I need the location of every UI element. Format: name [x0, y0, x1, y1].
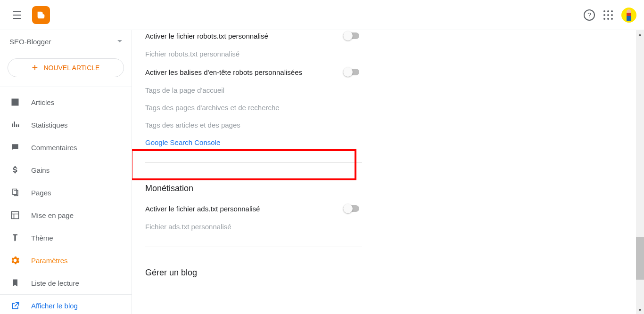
scrollbar-thumb[interactable] — [636, 237, 644, 280]
bookmark-icon — [9, 277, 21, 289]
earnings-icon — [9, 164, 21, 176]
toggle-switch[interactable] — [343, 31, 360, 40]
topbar-right: ? — [584, 8, 636, 23]
new-post-label: NOUVEL ARTICLE — [43, 64, 99, 72]
help-icon[interactable]: ? — [584, 9, 595, 21]
blogger-logo-icon — [36, 10, 46, 20]
section-monetisation-header: Monétisation — [145, 174, 631, 199]
container: SEO-Blogger + NOUVEL ARTICLE Articles St… — [0, 30, 644, 314]
nav-label: Liste de lecture — [31, 279, 79, 287]
sidebar-item-theme[interactable]: Thème — [0, 226, 132, 249]
apps-icon[interactable] — [603, 10, 613, 20]
avatar-figure — [627, 9, 631, 21]
setting-label: Activer les balises d'en-tête robots per… — [145, 68, 343, 76]
sidebar-item-commentaires[interactable]: Commentaires — [0, 136, 132, 159]
section-gerer-blog-header: Gérer un blog — [145, 258, 631, 283]
sidebar-item-view-blog[interactable]: Afficher le blog — [0, 294, 132, 314]
main-content: Robots d'exploration et indexation Activ… — [132, 30, 644, 314]
stats-icon — [9, 119, 21, 130]
vertical-scrollbar[interactable]: ▲ ▼ — [636, 30, 644, 314]
blogger-logo[interactable] — [32, 6, 50, 24]
nav-label: Afficher le blog — [31, 302, 78, 310]
hamburger-icon[interactable] — [8, 6, 26, 24]
scroll-up-arrow[interactable]: ▲ — [636, 30, 644, 38]
nav-label: Paramètres — [31, 257, 68, 265]
divider — [145, 162, 362, 163]
setting-label-disabled: Tags des articles et des pages — [145, 121, 343, 129]
topbar: ? — [0, 0, 644, 30]
article-icon — [9, 97, 21, 108]
setting-tags-articles: Tags des articles et des pages — [145, 116, 631, 134]
avatar[interactable] — [621, 8, 636, 23]
blog-name: SEO-Blogger — [9, 38, 51, 46]
setting-robots-header-activate[interactable]: Activer les balises d'en-tête robots per… — [145, 63, 631, 81]
setting-robots-txt-file: Fichier robots.txt personnalisé — [145, 45, 631, 63]
topbar-left — [8, 6, 50, 24]
theme-icon — [9, 232, 21, 243]
setting-label-disabled: Tags de la page d'accueil — [145, 86, 343, 94]
google-search-console-link[interactable]: Google Search Console — [145, 134, 631, 151]
nav-list: Articles Statistiques Commentaires Gains… — [0, 87, 132, 314]
nav-label: Gains — [31, 166, 50, 174]
sidebar-item-statistiques[interactable]: Statistiques — [0, 113, 132, 136]
setting-ads-txt-activate[interactable]: Activer le fichier ads.txt personnalisé — [145, 199, 631, 218]
new-post-button[interactable]: + NOUVEL ARTICLE — [8, 58, 124, 77]
nav-label: Articles — [31, 98, 54, 106]
sidebar-item-layout[interactable]: Mise en page — [0, 204, 132, 226]
setting-ads-txt-file: Fichier ads.txt personnalisé — [145, 218, 631, 235]
plus-icon: + — [32, 63, 38, 73]
pages-icon — [9, 187, 21, 198]
toggle-switch[interactable] — [343, 204, 360, 213]
sidebar-item-gains[interactable]: Gains — [0, 159, 132, 181]
setting-label-disabled: Fichier ads.txt personnalisé — [145, 223, 343, 231]
nav-label: Commentaires — [31, 144, 77, 152]
setting-tags-home: Tags de la page d'accueil — [145, 81, 631, 99]
nav-label: Statistiques — [31, 121, 68, 129]
setting-tags-archives: Tags des pages d'archives et de recherch… — [145, 99, 631, 116]
sidebar-item-pages[interactable]: Pages — [0, 181, 132, 204]
setting-label-disabled: Fichier robots.txt personnalisé — [145, 50, 343, 58]
gear-icon — [9, 255, 21, 266]
layout-icon — [9, 209, 21, 221]
setting-label-disabled: Tags des pages d'archives et de recherch… — [145, 104, 343, 112]
sidebar-item-parametres[interactable]: Paramètres — [0, 249, 132, 272]
comments-icon — [9, 142, 21, 153]
blog-selector[interactable]: SEO-Blogger — [0, 30, 132, 53]
nav-label: Pages — [31, 189, 51, 197]
sidebar-item-articles[interactable]: Articles — [0, 91, 132, 113]
nav-label: Thème — [31, 234, 53, 242]
chevron-down-icon — [117, 40, 122, 43]
setting-label: Activer le fichier ads.txt personnalisé — [145, 205, 343, 213]
sidebar-item-reading-list[interactable]: Liste de lecture — [0, 272, 132, 294]
setting-robots-txt-activate[interactable]: Activer le fichier robots.txt personnali… — [145, 30, 631, 45]
setting-label: Activer le fichier robots.txt personnali… — [145, 32, 343, 40]
sidebar: SEO-Blogger + NOUVEL ARTICLE Articles St… — [0, 30, 132, 314]
divider — [145, 247, 362, 247]
scroll-down-arrow[interactable]: ▼ — [636, 306, 644, 314]
nav-label: Mise en page — [31, 211, 74, 219]
external-link-icon — [9, 300, 21, 312]
toggle-switch[interactable] — [343, 67, 360, 77]
